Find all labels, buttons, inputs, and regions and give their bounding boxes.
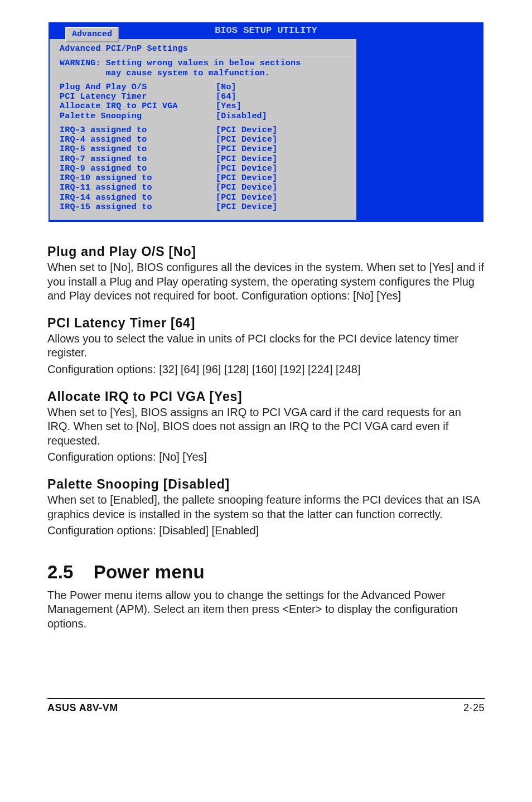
bios-setting-row: IRQ-15 assigned to[PCI Device]	[60, 202, 350, 212]
bios-setting-value: [PCI Device]	[216, 183, 277, 192]
bios-setting-value: [Yes]	[216, 102, 241, 111]
bios-setting-value: [PCI Device]	[216, 135, 277, 144]
bios-setting-key: Plug And Play O/S	[60, 83, 216, 92]
bios-setting-row: IRQ-10 assigned to[PCI Device]	[60, 173, 350, 183]
bios-setting-value: [PCI Device]	[216, 164, 277, 173]
bios-setting-key: IRQ-11 assigned to	[60, 183, 216, 192]
option-heading-allocate-irq: Allocate IRQ to PCI VGA [Yes]	[47, 389, 485, 404]
bios-screen-title: Advanced PCI/PnP Settings	[60, 42, 350, 55]
bios-setting-value: [PCI Device]	[216, 125, 277, 135]
bios-setting-value: [PCI Device]	[216, 154, 277, 164]
section-number: 2.5	[47, 562, 74, 583]
bios-setting-value: [No]	[216, 83, 236, 92]
footer-product: ASUS A8V-VM	[47, 702, 118, 714]
bios-divider	[60, 56, 350, 57]
bios-setting-value: [Disabled]	[216, 112, 267, 121]
bios-setting-key: IRQ-5 assigned to	[60, 144, 216, 154]
bios-setting-key: IRQ-9 assigned to	[60, 164, 216, 173]
bios-setting-row: IRQ-7 assigned to[PCI Device]	[60, 154, 350, 164]
section-title: Power menu	[94, 562, 205, 583]
bios-setting-value: [PCI Device]	[216, 202, 277, 212]
bios-setting-row: Palette Snooping[Disabled]	[60, 112, 350, 121]
bios-setting-key: IRQ-10 assigned to	[60, 173, 216, 183]
bios-setting-key: Allocate IRQ to PCI VGA	[60, 102, 216, 111]
bios-setting-value: [PCI Device]	[216, 193, 277, 202]
bios-setting-row: IRQ-9 assigned to[PCI Device]	[60, 164, 350, 173]
bios-utility-title: BIOS SETUP UTILITY	[215, 25, 317, 36]
bios-setting-row: PCI Latency Timer[64]	[60, 92, 350, 102]
option-desc: When set to [Enabled], the pallete snoop…	[47, 493, 485, 521]
bios-screenshot: BIOS SETUP UTILITY Advanced Advanced PCI…	[49, 22, 483, 222]
bios-setting-key: IRQ-15 assigned to	[60, 202, 216, 212]
bios-help-panel	[356, 39, 482, 220]
option-heading-pci-latency: PCI Latency Timer [64]	[47, 316, 485, 331]
option-desc: Allows you to select the value in units …	[47, 332, 485, 360]
bios-tab-advanced: Advanced	[65, 27, 119, 42]
option-heading-plug-and-play: Plug and Play O/S [No]	[47, 244, 485, 259]
bios-header: BIOS SETUP UTILITY Advanced	[50, 25, 482, 39]
bios-setting-row: IRQ-11 assigned to[PCI Device]	[60, 183, 350, 192]
bios-setting-key: IRQ-4 assigned to	[60, 135, 216, 144]
option-desc: When set to [No], BIOS configures all th…	[47, 260, 485, 303]
option-desc: Configuration options: [No] [Yes]	[47, 450, 485, 465]
bios-setting-value: [PCI Device]	[216, 173, 277, 183]
bios-setting-key: IRQ-7 assigned to	[60, 154, 216, 164]
page-footer: ASUS A8V-VM 2-25	[47, 698, 485, 714]
bios-setting-row: IRQ-4 assigned to[PCI Device]	[60, 135, 350, 144]
bios-setting-key: IRQ-14 assigned to	[60, 193, 216, 202]
option-desc: Configuration options: [Disabled] [Enabl…	[47, 524, 485, 538]
bios-setting-row: Plug And Play O/S[No]	[60, 83, 350, 92]
bios-setting-value: [PCI Device]	[216, 144, 277, 154]
bios-setting-row: Allocate IRQ to PCI VGA[Yes]	[60, 102, 350, 111]
bios-setting-row: IRQ-3 assigned to[PCI Device]	[60, 125, 350, 135]
option-desc: When set to [Yes], BIOS assigns an IRQ t…	[47, 405, 485, 448]
bios-setting-key: Palette Snooping	[60, 112, 216, 121]
bios-setting-row: IRQ-14 assigned to[PCI Device]	[60, 193, 350, 202]
option-desc: Configuration options: [32] [64] [96] [1…	[47, 363, 485, 377]
bios-warning-line1: WARNING: Setting wrong values in below s…	[60, 59, 350, 68]
footer-page-number: 2-25	[463, 702, 485, 714]
bios-setting-key: PCI Latency Timer	[60, 92, 216, 102]
section-desc: The Power menu items allow you to change…	[47, 588, 485, 631]
bios-setting-row: IRQ-5 assigned to[PCI Device]	[60, 144, 350, 154]
bios-setting-value: [64]	[216, 92, 236, 102]
bios-setting-key: IRQ-3 assigned to	[60, 125, 216, 135]
bios-warning-line2: may cause system to malfunction.	[60, 69, 350, 78]
option-heading-palette-snooping: Palette Snooping [Disabled]	[47, 477, 485, 492]
